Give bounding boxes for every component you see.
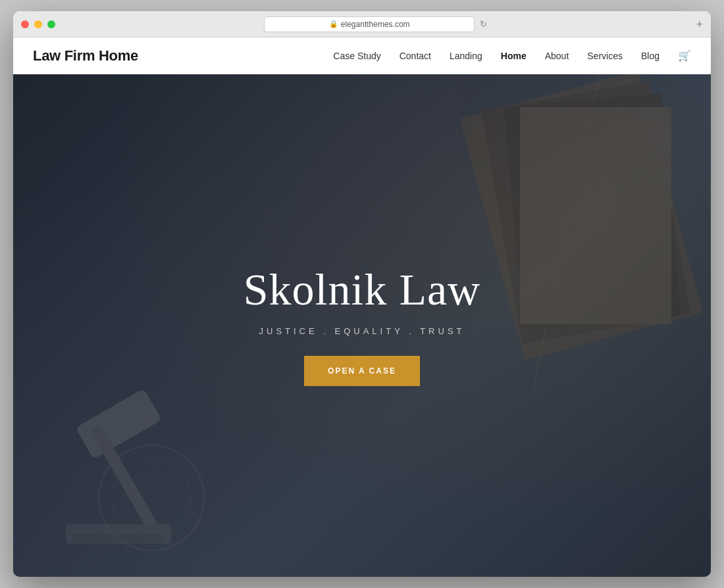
browser-titlebar: 🔒 elegantthemes.com ↻ + bbox=[13, 11, 711, 37]
reload-button[interactable]: ↻ bbox=[480, 19, 487, 29]
nav-link-contact[interactable]: Contact bbox=[400, 51, 431, 61]
traffic-light-minimize[interactable] bbox=[34, 20, 42, 28]
lock-icon: 🔒 bbox=[329, 20, 338, 28]
url-text: elegantthemes.com bbox=[341, 20, 410, 29]
address-bar-input[interactable]: 🔒 elegantthemes.com bbox=[264, 16, 475, 32]
hero-section: Skolnik Law Justice . Equality . Trust O… bbox=[13, 74, 711, 577]
cart-icon[interactable]: 🛒 bbox=[678, 49, 691, 62]
hero-subtitle: Justice . Equality . Trust bbox=[259, 326, 465, 336]
nav-link-case-study[interactable]: Case Study bbox=[333, 51, 380, 61]
browser-content: Law Firm Home Case Study Contact Landing… bbox=[13, 37, 711, 577]
nav-link-services[interactable]: Services bbox=[587, 51, 623, 61]
open-case-button[interactable]: OPEN A CASE bbox=[304, 356, 420, 386]
traffic-light-maximize[interactable] bbox=[47, 20, 55, 28]
site-header: Law Firm Home Case Study Contact Landing… bbox=[13, 37, 711, 74]
traffic-light-close[interactable] bbox=[21, 20, 29, 28]
nav-link-landing[interactable]: Landing bbox=[450, 51, 482, 61]
nav-link-blog[interactable]: Blog bbox=[641, 51, 659, 61]
hero-title: Skolnik Law bbox=[244, 265, 480, 314]
nav-link-about[interactable]: About bbox=[545, 51, 569, 61]
browser-addressbar: 🔒 elegantthemes.com ↻ bbox=[100, 16, 651, 32]
new-tab-button[interactable]: + bbox=[696, 18, 703, 30]
hero-content: Skolnik Law Justice . Equality . Trust O… bbox=[13, 74, 711, 577]
site-logo[interactable]: Law Firm Home bbox=[33, 47, 138, 64]
nav-link-home[interactable]: Home bbox=[501, 51, 527, 61]
site-nav: Case Study Contact Landing Home About Se… bbox=[333, 49, 691, 62]
browser-window: 🔒 elegantthemes.com ↻ + Law Firm Home Ca… bbox=[13, 11, 711, 577]
